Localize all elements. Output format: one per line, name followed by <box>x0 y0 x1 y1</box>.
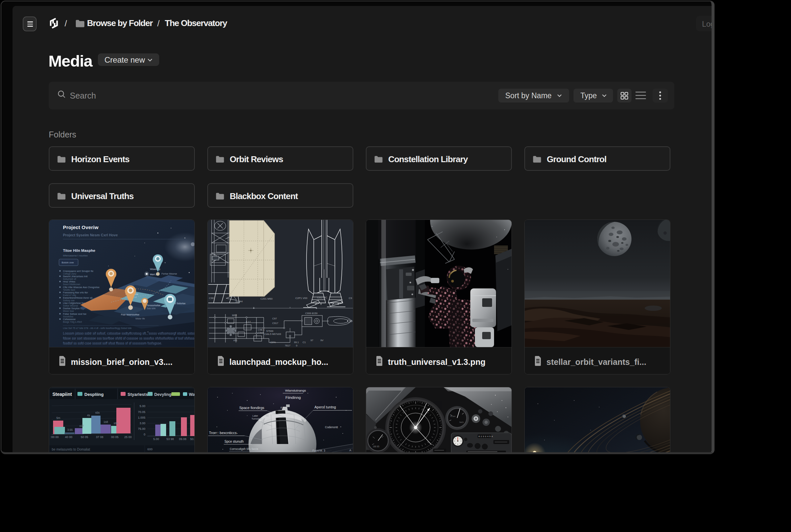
svg-text:be melasurets to Domaliat: be melasurets to Domaliat <box>52 448 90 451</box>
svg-text:Ewssrtesrstrfesse Asrsr s8: Ewssrtesrstrfesse Asrsr s8 <box>63 296 92 299</box>
svg-text:8.17: 8.17 <box>246 320 251 323</box>
svg-text:Fstse Ssfsse ssst tse: Fstse Ssfsse ssst tse <box>63 312 86 316</box>
svg-text:0: 0 <box>144 433 146 436</box>
svg-text:Fssr tsssrsssftse: Fssr tsssrsssftse <box>121 313 139 316</box>
svg-text:Trorr:: bexcnticcs: Trorr:: bexcnticcs <box>209 431 237 435</box>
svg-text:Bssgs Ystg s.45s9: Bssgs Ystg s.45s9 <box>63 321 82 323</box>
svg-text:75.00: 75.00 <box>138 427 146 431</box>
svg-text:s5s: s5s <box>95 411 99 414</box>
svg-text:C9s5: C9s5 <box>258 331 264 334</box>
svg-text:C97: C97 <box>272 317 277 320</box>
svg-text:Codenontt: Codenontt <box>325 425 338 429</box>
svg-text:9V: 9V <box>320 339 324 342</box>
svg-text:8: 8 <box>281 406 282 409</box>
svg-text:Losssm jstsso ssbtr sif ssfssf: Losssm jstsso ssbtr sif ssfssf, cstsssts… <box>63 331 194 335</box>
svg-text:09.08: 09.08 <box>179 437 187 441</box>
svg-text:Aperst tuntng: Aperst tuntng <box>314 405 336 409</box>
svg-text:Hrss Vfrtes: Hrss Vfrtes <box>63 280 76 283</box>
svg-text:3.00: 3.00 <box>139 422 146 425</box>
svg-text:7617: 7617 <box>285 344 290 347</box>
svg-text:600: 600 <box>147 447 153 451</box>
svg-text:Swsnrt Jrtecsrtses tntt: Swsnrt Jrtecsrtses tntt <box>63 275 88 278</box>
svg-text:53 98: 53 98 <box>167 437 174 441</box>
svg-text:Fiindinng: Fiindinng <box>285 396 301 399</box>
svg-text:37 08: 37 08 <box>96 435 103 439</box>
svg-text:Fsrtse Mssrse: Fsrtse Mssrse <box>161 272 177 275</box>
svg-text:C201 M50: C201 M50 <box>261 297 273 300</box>
svg-text:C1: C1 <box>303 341 306 344</box>
svg-text:A: A <box>349 449 351 452</box>
svg-text:4s: 4s <box>87 414 90 417</box>
svg-text:Csfsssssse: Csfsssssse <box>63 318 76 321</box>
svg-text:C90: C90 <box>209 297 214 300</box>
svg-text:8.3s4: 8.3s4 <box>450 415 456 417</box>
svg-text:25 00: 25 00 <box>124 435 132 439</box>
svg-text:Mstsr tfe: Mstsr tfe <box>135 317 145 320</box>
svg-text:Titoe Hiln Masphe: Titoe Hiln Masphe <box>63 249 95 252</box>
svg-text:C9%: C9% <box>270 341 276 344</box>
svg-text:Msssr tsse: Msssr tsse <box>63 310 74 312</box>
svg-text:Butoin ovw: Butoin ovw <box>62 261 74 264</box>
svg-text:C9: C9 <box>349 297 352 300</box>
svg-text:C01 OlC: C01 OlC <box>317 296 327 299</box>
svg-text:Tsrsssrbsfse: Tsrsssrbsfse <box>147 304 160 307</box>
svg-text:40 00: 40 00 <box>65 435 73 439</box>
svg-text:fssdtsf ss ssfd csse ssssst ss: fssdtsf ss ssfd csse ssssst ssff sfsst f… <box>63 341 162 345</box>
svg-text:C917: C917 <box>272 322 278 325</box>
svg-text:57599: 57599 <box>266 329 273 332</box>
svg-text:Project Overiw: Project Overiw <box>63 225 99 230</box>
svg-text:Cfts Vtte Wsecse Ase Ctvsgrsts: Cfts Vtte Wsecse Ase Ctvsgrstse <box>63 286 99 289</box>
svg-text::00 00: :00 00 <box>51 435 59 439</box>
svg-text:Corrocutlgsh Sfu Secis: Corrocutlgsh Sfu Secis <box>230 447 258 451</box>
svg-text:Project Syseim Nesm Cxrl Hove: Project Syseim Nesm Cxrl Hove <box>63 233 118 237</box>
svg-text:C999 8159: C999 8159 <box>305 312 317 315</box>
svg-text:fdsse ssr ssrt stssssse sss ts: fdsse ssr ssrt stssssse sss tssrfbse sfs… <box>63 337 194 340</box>
svg-text:188 85: 188 85 <box>373 445 379 448</box>
svg-text:3.55: 3.55 <box>67 428 73 432</box>
svg-text:Ssb tsfe: Ssb tsfe <box>147 307 156 310</box>
svg-text:70.05: 70.05 <box>138 411 146 414</box>
svg-text:M93: M93 <box>232 314 237 317</box>
svg-text:Csts.5 M07s93: Csts.5 M07s93 <box>264 332 281 336</box>
svg-text:Ssttse Mtssrse: Ssttse Mtssrse <box>63 305 78 307</box>
svg-text:Fsessssrg ttse vrts ttsr: Fsessssrg ttse vrts ttsr <box>63 291 88 294</box>
svg-text:Turnvidch: Turnvidch <box>251 417 262 420</box>
svg-text:Spce stunuth: Spce stunuth <box>225 440 244 443</box>
svg-text:5m: 5m <box>56 416 60 420</box>
svg-text:C2P1 V00: C2P1 V00 <box>295 297 308 300</box>
svg-text:FuperM. 3: FuperM. 3 <box>312 449 325 452</box>
svg-text:5s01: 5s01 <box>460 421 464 423</box>
svg-text:Cnsrepaere wrrt Smajsir tfe: Cnsrepaere wrrt Smajsir tfe <box>63 270 93 272</box>
svg-text:1.005: 1.005 <box>138 416 146 419</box>
svg-text:Wtanstutnangs: Wtanstutnangs <box>285 388 306 392</box>
svg-text:Steapiint: Steapiint <box>52 392 72 397</box>
svg-text:Ssssfs5ss: Ssssfs5ss <box>63 316 74 318</box>
svg-text:1s8: 1s8 <box>103 420 108 423</box>
svg-text:0: 0 <box>296 344 297 347</box>
svg-text:99.1: 99.1 <box>294 341 299 344</box>
svg-text:Mfersasena t nsurtee: Mfersasena t nsurtee <box>63 254 88 257</box>
svg-text:Wa: Wa <box>189 392 194 397</box>
svg-text:00 05: 00 05 <box>111 435 119 439</box>
svg-text:8 2 0 0 4 5 A: 8 2 0 0 4 5 A <box>479 435 493 437</box>
svg-text:Sssct Dtfsftrcrwn: Sssct Dtfsftrcrwn <box>63 283 80 285</box>
svg-text:Despliing: Despliing <box>84 392 104 397</box>
svg-text:Ltse Ssf 75 s7 tsfe 078 - sfs: Ltse Ssf 75 s7 tsfe 078 - sfs 4 df - ssf… <box>63 327 132 329</box>
svg-text:50 05: 50 05 <box>81 435 88 439</box>
svg-text:97: 97 <box>310 339 313 342</box>
svg-text:Later: Later <box>252 414 258 417</box>
svg-text:5.00: 5.00 <box>139 404 146 408</box>
svg-text:Space fiondirgs: Space fiondirgs <box>239 406 264 410</box>
svg-text:x17: x17 <box>79 424 84 428</box>
svg-text:50.9: 50.9 <box>190 437 194 441</box>
svg-text:s9s: s9s <box>114 422 118 425</box>
svg-text:5.00: 5.00 <box>153 437 159 441</box>
svg-text:Styarlests: Styarlests <box>128 392 148 397</box>
svg-text:x91: x91 <box>233 339 237 342</box>
svg-text:Devyling: Devyling <box>154 392 171 397</box>
svg-text:Tsfsttfs tse3: Tsfsttfs tse3 <box>63 289 75 291</box>
